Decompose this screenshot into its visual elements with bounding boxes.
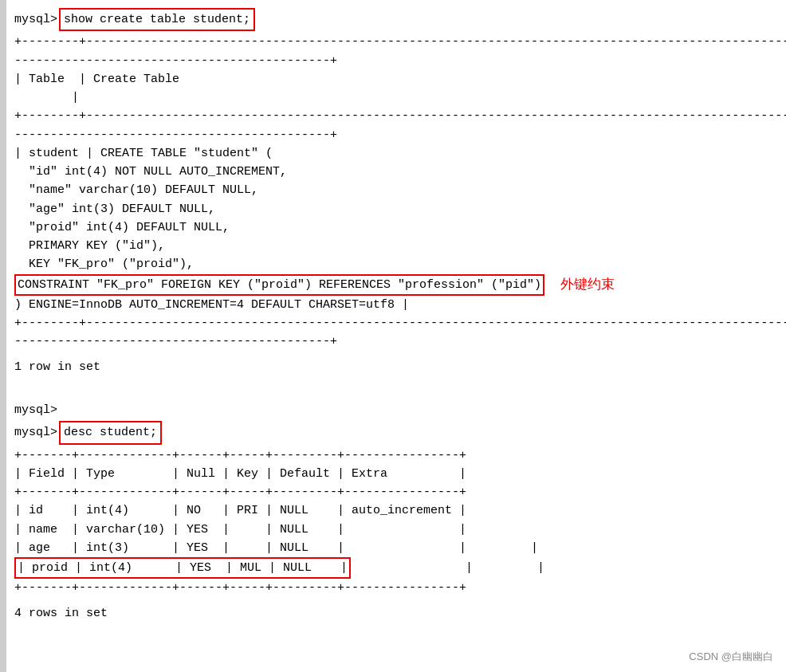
desc-row-age-text: | age | int(3) | YES | | NULL | | | xyxy=(14,539,776,557)
prompt-1: mysql> xyxy=(14,10,57,29)
desc-dashes-1: +-------+-------------+------+-----+----… xyxy=(14,446,776,465)
desc-dashes-2: +-------+-------------+------+-----+----… xyxy=(14,483,776,501)
constraint-row: CONSTRAINT "FK_pro" FOREIGN KEY ("proid"… xyxy=(14,274,776,296)
prompt-2: mysql> xyxy=(14,401,776,419)
table-header-row: | Table | Create Table xyxy=(14,70,776,88)
desc-row-proid-text: | proid | int(4) | YES | MUL | NULL | xyxy=(18,559,348,577)
rows-in-set-2: 4 rows in set xyxy=(14,604,776,623)
left-scrollbar xyxy=(0,0,6,672)
desc-row-proid-rest: | | xyxy=(351,561,544,575)
command-line-2: mysql> desc student; xyxy=(14,421,776,444)
rows-in-set-1: 1 row in set xyxy=(14,358,776,376)
dashes-top-2: ----------------------------------------… xyxy=(14,52,776,70)
desc-row-name: | name | varchar(10) | YES | | NULL | | xyxy=(14,521,776,539)
desc-header: | Field | Type | Null | Key | Default | … xyxy=(14,465,776,483)
proid-box: | proid | int(4) | YES | MUL | NULL | xyxy=(14,557,351,579)
desc-row-age: | age | int(3) | YES | | NULL | | | xyxy=(14,539,776,557)
desc-row-id: | id | int(4) | NO | PRI | NULL | auto_i… xyxy=(14,501,776,520)
desc-row-proid: | proid | int(4) | YES | MUL | NULL | | … xyxy=(14,557,776,579)
command-line-1: mysql> show create table student; xyxy=(14,8,776,31)
terminal-window: mysql> show create table student; +-----… xyxy=(14,8,776,623)
command-box-2: desc student; xyxy=(59,421,162,444)
dashes-bottom-2: ----------------------------------------… xyxy=(14,332,776,351)
dashes-bottom-1: +--------+------------------------------… xyxy=(14,314,776,332)
blank-line-1 xyxy=(14,383,776,401)
watermark: CSDN @白幽幽白 xyxy=(689,650,773,664)
dashes-top-1: +--------+------------------------------… xyxy=(14,33,776,51)
create-table-content: | student | CREATE TABLE "student" ( "id… xyxy=(14,144,776,274)
dashes-after-header-1: +--------+------------------------------… xyxy=(14,107,776,125)
command-box-1: show create table student; xyxy=(59,8,255,31)
constraint-line-box: CONSTRAINT "FK_pro" FOREIGN KEY ("proid"… xyxy=(14,274,544,296)
annotation-fk: 外键约束 xyxy=(560,274,615,295)
table-header-pipe: | xyxy=(14,88,776,107)
engine-line: ) ENGINE=InnoDB AUTO_INCREMENT=4 DEFAULT… xyxy=(14,296,776,314)
prompt-3: mysql> xyxy=(14,423,57,442)
desc-dashes-3: +-------+-------------+------+-----+----… xyxy=(14,579,776,597)
dashes-after-header-2: ----------------------------------------… xyxy=(14,126,776,144)
